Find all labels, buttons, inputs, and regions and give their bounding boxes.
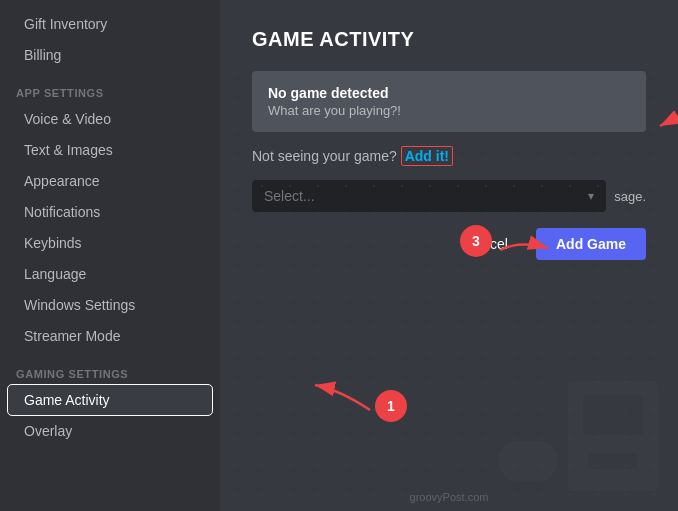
sidebar-item-overlay[interactable]: Overlay — [8, 416, 212, 446]
sidebar-item-voice-video[interactable]: Voice & Video — [8, 104, 212, 134]
arrow-2 — [650, 88, 678, 138]
chevron-down-icon: ▾ — [588, 189, 594, 203]
add-game-button[interactable]: Add Game — [536, 228, 646, 260]
select-hint-text: sage. — [614, 189, 646, 204]
buttons-row: Cancel Add Game — [252, 228, 646, 260]
game-select[interactable]: Select... ▾ — [252, 180, 606, 212]
arcade-controls — [588, 453, 638, 469]
sidebar-item-billing[interactable]: Billing — [8, 40, 212, 70]
sidebar-item-game-activity[interactable]: Game Activity — [8, 385, 212, 415]
page-title: GAME ACTIVITY — [252, 28, 646, 51]
no-game-subtitle: What are you playing?! — [268, 103, 630, 118]
no-game-banner: No game detected What are you playing?! — [252, 71, 646, 132]
controller-icon — [498, 441, 558, 481]
not-seeing-row: Not seeing your game? Add it! — [252, 148, 646, 164]
sidebar-item-appearance[interactable]: Appearance — [8, 166, 212, 196]
gaming-settings-label: GAMING SETTINGS — [0, 352, 220, 384]
sidebar-item-language[interactable]: Language — [8, 259, 212, 289]
sidebar: Gift Inventory Billing APP SETTINGS Voic… — [0, 0, 220, 511]
main-content: GAME ACTIVITY No game detected What are … — [220, 0, 678, 511]
select-placeholder: Select... — [264, 188, 315, 204]
sidebar-item-streamer-mode[interactable]: Streamer Mode — [8, 321, 212, 351]
add-it-link[interactable]: Add it! — [401, 146, 453, 166]
no-game-title: No game detected — [268, 85, 630, 101]
sidebar-item-keybinds[interactable]: Keybinds — [8, 228, 212, 258]
arcade-machine — [568, 381, 658, 491]
sidebar-item-windows-settings[interactable]: Windows Settings — [8, 290, 212, 320]
arcade-screen — [583, 395, 643, 435]
annotation-1: 1 — [375, 390, 407, 422]
sidebar-item-text-images[interactable]: Text & Images — [8, 135, 212, 165]
app-settings-label: APP SETTINGS — [0, 71, 220, 103]
annotation-3: 3 — [460, 225, 492, 257]
sidebar-item-gift-inventory[interactable]: Gift Inventory — [8, 9, 212, 39]
not-seeing-text: Not seeing your game? — [252, 148, 397, 164]
bg-illustration — [498, 381, 658, 491]
sidebar-item-notifications[interactable]: Notifications — [8, 197, 212, 227]
watermark: groovyPost.com — [410, 491, 489, 503]
select-row: Select... ▾ sage. — [252, 180, 646, 212]
